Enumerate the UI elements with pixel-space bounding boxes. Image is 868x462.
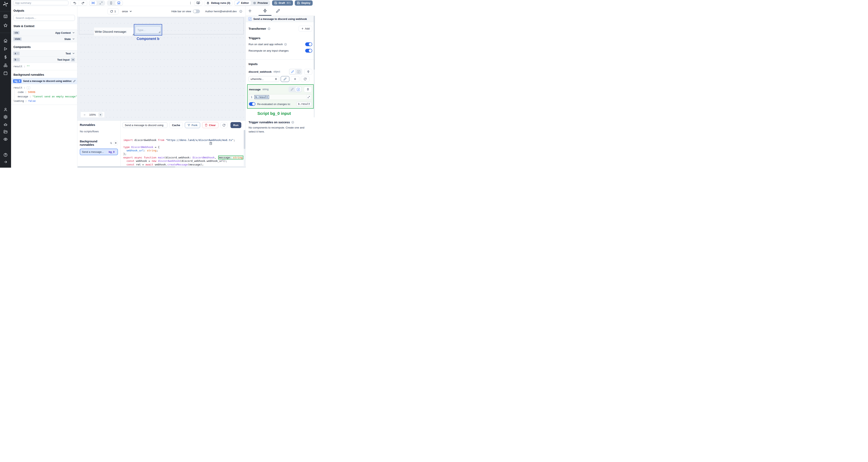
copy-code-button[interactable] [209,135,234,152]
runnable-header: ƒ Send a message to discord using webhoo… [246,16,315,22]
center-layout-icon [91,1,95,5]
selected-component-b[interactable]: Type... [134,24,162,36]
undo-button[interactable] [70,0,79,5]
resource-picker[interactable]: u/henri/te... [249,76,279,82]
info-icon[interactable] [284,43,287,46]
expression-value[interactable]: b.result [254,95,269,99]
chevron-down-icon[interactable] [72,38,75,40]
draft-button[interactable]: Draft ⌘S [272,0,293,6]
schedule-select[interactable]: once [122,10,132,13]
runs-play-icon[interactable] [3,47,8,51]
home-icon[interactable] [3,38,8,43]
cache-button[interactable]: Cache [169,122,183,128]
add-background-runnable-button[interactable] [114,140,118,145]
output-row-ctx[interactable]: ctx App Context [11,30,77,36]
edit-resource-button[interactable] [281,76,289,82]
collapse-arrow-icon[interactable] [3,160,8,164]
preview-tab[interactable]: Preview [251,1,270,5]
workers-robot-icon[interactable] [3,122,8,127]
bg0-output-row[interactable]: bg_0 Send a message to discord using web… [11,78,77,84]
desktop-view-button[interactable] [115,1,123,5]
center-layout-button[interactable] [89,1,97,5]
recompute-toggle[interactable] [305,49,312,53]
folders-icon[interactable] [3,130,8,134]
deploy-button[interactable]: Deploy [295,0,313,6]
reeval-toggle[interactable] [249,102,255,106]
scrollbar-thumb[interactable] [314,16,315,70]
message-expression-editor[interactable]: 1 b.result [249,94,312,100]
scrollbar-thumb[interactable] [244,130,245,149]
docs-button[interactable] [194,0,202,6]
chevron-down-icon[interactable] [72,31,75,34]
script-name-input[interactable] [123,122,167,128]
refresh-count-button[interactable]: 1 [107,8,119,14]
scrollbar-thumb[interactable] [78,166,175,167]
expand-editor-button[interactable] [306,95,311,99]
refresh-resource-button[interactable] [301,76,309,82]
settings-gear-icon[interactable] [3,115,8,119]
resize-handle[interactable] [132,34,134,35]
add-transformer-button[interactable]: Add [299,26,312,32]
info-icon[interactable] [291,121,294,124]
insert-component-tab[interactable] [248,9,252,13]
resources-boxes-icon[interactable] [3,63,8,67]
right-panel-scrollbar[interactable] [314,16,315,118]
fork-button[interactable]: Fork [185,122,200,128]
text-input-component[interactable]: Type... [135,26,161,34]
reload-script-button[interactable] [220,122,227,128]
styling-brush-tab[interactable] [276,9,280,13]
clear-x-icon[interactable] [275,78,277,80]
audit-eye-icon[interactable] [3,137,8,141]
ctx-type-label: App Context [55,31,71,34]
resize-handle[interactable] [159,31,160,33]
redo-button[interactable] [79,0,87,5]
star-icon[interactable] [3,23,8,28]
output-row-state[interactable]: state State [11,36,77,42]
debug-runs-button[interactable]: Debug runs (3) [204,0,232,6]
search-outputs-input[interactable] [13,15,75,21]
eval-input-mode-button[interactable]: ƒ [296,69,302,74]
eval-input-mode-button[interactable]: ƒ [296,87,301,92]
code-vertical-scrollbar[interactable] [244,130,245,166]
fullscreen-button[interactable] [97,1,105,5]
clear-button[interactable]: Clear [202,122,218,128]
collapse-chevron-button[interactable] [71,58,75,61]
hide-bar-toggle[interactable] [193,9,200,13]
component-row-a[interactable]: a☝ Text [11,50,77,57]
component-row-b[interactable]: b☝ Text Input [11,57,77,63]
more-menu-button[interactable] [189,1,192,5]
static-input-mode-button[interactable] [289,69,296,74]
bg0-runnable-item[interactable]: Send a message... bg_0 [80,148,118,155]
text-component-a[interactable]: Write Discord message: [94,28,134,36]
connect-input-button[interactable] [304,69,312,75]
apps-icon[interactable] [3,14,8,19]
bottom-horizontal-scrollbar[interactable] [78,166,246,168]
run-button[interactable]: Run [230,122,241,128]
info-icon[interactable] [239,10,242,13]
app-canvas[interactable]: Write Discord message: Type... Component… [78,17,246,121]
editor-tab[interactable]: Editor [235,1,251,5]
add-resource-button[interactable] [291,76,299,82]
windmill-logo-icon[interactable] [3,1,8,7]
variables-dollar-icon[interactable] [3,55,8,59]
zoom-out-button[interactable]: − [82,113,87,117]
zoom-in-button[interactable]: + [98,112,103,117]
reeval-target-pill[interactable]: b.result [297,102,312,106]
users-icon[interactable] [3,107,8,112]
static-input-mode-button[interactable] [289,87,295,92]
component-settings-tab[interactable] [263,9,267,13]
mobile-view-button[interactable] [107,1,115,5]
layout-toggle-group [89,0,105,6]
code-editor[interactable]: import discordwebhook from "https://deno… [121,130,246,168]
collapse-json-button[interactable]: - [27,86,30,89]
help-icon[interactable] [3,153,8,157]
connect-input-button[interactable] [304,87,312,92]
schedules-calendar-icon[interactable] [3,71,8,75]
code-annotation-box: message: string [218,156,243,159]
chevron-down-icon[interactable] [72,52,75,55]
app-summary-input[interactable] [13,1,68,5]
run-on-start-toggle[interactable] [305,42,312,46]
edit-pencil-icon[interactable] [73,80,75,82]
search-icon[interactable] [110,142,112,144]
info-icon[interactable] [268,27,271,30]
